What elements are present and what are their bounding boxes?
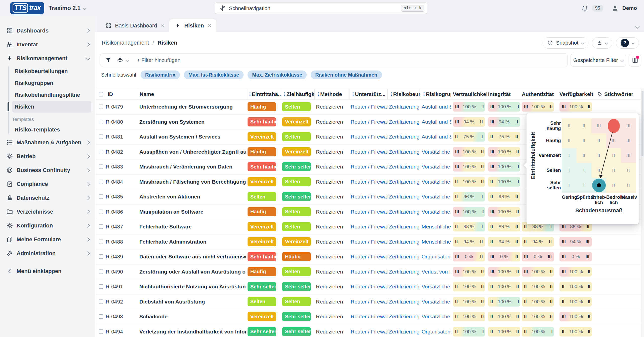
column-settings-button[interactable] [629, 54, 641, 66]
tab-risiken[interactable]: Risiken × [169, 19, 216, 32]
integritaet-pill[interactable]: III 100 % I [488, 102, 520, 112]
column-menu-icon[interactable]: ⋮ [422, 93, 424, 95]
column-menu-icon[interactable]: ⋮ [316, 93, 318, 95]
tab-overflow-chevron-icon[interactable] [635, 24, 640, 29]
integritaet-pill[interactable]: III 100 % II [488, 147, 520, 157]
vertraulichkeit-pill[interactable]: II 100 % II [453, 297, 485, 307]
integritaet-pill[interactable]: II 96 % II [488, 192, 520, 201]
authentizitaet-pill[interactable]: II 100 % II [522, 297, 554, 307]
sidebar-item-betrieb[interactable]: Betrieb [0, 149, 95, 163]
risikobeurteilung-link[interactable]: Zertifizierung ... [387, 179, 420, 185]
risikogruppe-link[interactable]: Vorsätzliche H... [420, 194, 451, 200]
bell-icon[interactable] [581, 4, 589, 12]
verfuegbarkeit-pill[interactable]: II 100 % II [559, 297, 592, 307]
column-header-zielhäufigk-[interactable]: ⋮Zielhäufigk... [281, 88, 314, 100]
risk-name[interactable]: Verletzung der Instandhaltbarkeit von In… [138, 329, 246, 335]
table-row-r-0494[interactable]: R-0494 Verletzung der Instandhaltbarkeit… [95, 324, 644, 337]
authentizitaet-pill[interactable]: II 100 % I [522, 327, 554, 336]
user-name[interactable]: Demo [622, 5, 637, 11]
risikobeurteilung-link[interactable]: Zertifizierung ... [387, 194, 420, 200]
integritaet-pill[interactable]: II 100 % II [488, 312, 520, 321]
risk-name[interactable]: Zerstörung oder Ausfall von Ausrüstung o… [138, 269, 246, 275]
column-header-integrität[interactable]: Integrität [487, 88, 520, 100]
sidebar-item-risikomanagement[interactable]: Risikomanagement [0, 51, 95, 65]
integritaet-pill[interactable]: II 88 % II [488, 222, 520, 231]
close-icon[interactable]: × [161, 22, 165, 29]
risikobeurteilung-link[interactable]: Zertifizierung ... [387, 269, 420, 275]
unterstuetzende-assets-link[interactable]: Router / Firewall [349, 164, 387, 170]
user-avatar-icon[interactable] [611, 4, 619, 12]
unterstuetzende-assets-link[interactable]: Router / Firewall [349, 254, 387, 260]
risikobeurteilung-link[interactable]: Zertifizierung ... [387, 164, 420, 170]
verfuegbarkeit-pill[interactable]: III 94 % III [559, 237, 592, 247]
sidebar-item-administration[interactable]: Administration [0, 246, 95, 260]
column-header-verfügbarkeit[interactable]: Verfügbarkeit [558, 88, 596, 100]
row-checkbox[interactable] [99, 180, 103, 184]
sidebar-item-inventar[interactable]: Inventar [0, 38, 95, 51]
row-checkbox[interactable] [99, 299, 103, 304]
integritaet-pill[interactable]: II 100 % I [488, 297, 520, 307]
risk-name[interactable]: Schadcode [138, 314, 246, 320]
ttstrax-logo[interactable]: TTS trax [10, 2, 44, 14]
table-row-r-0492[interactable]: R-0492 Diebstahl von Ausrüstung Selten S… [95, 294, 644, 310]
quick-filter-chip-max-zielrisikoklasse[interactable]: Max. Zielrisikoklasse [248, 71, 307, 79]
export-button[interactable] [592, 37, 612, 49]
vertraulichkeit-pill[interactable]: III 94 % II [453, 117, 485, 127]
snapshot-button[interactable]: Snapshot [543, 37, 588, 49]
notification-count-badge[interactable]: 95 [592, 5, 603, 12]
vertraulichkeit-pill[interactable]: II 100 % II [453, 312, 485, 321]
sidebar-item-maßnahmen-aufgaben[interactable]: Maßnahmen & Aufgaben [0, 136, 95, 149]
row-checkbox[interactable] [99, 194, 103, 199]
unterstuetzende-assets-link[interactable]: Router / Firewall [349, 329, 387, 335]
integritaet-pill[interactable]: II 75 % II [488, 132, 520, 142]
risikogruppe-link[interactable]: Vorsätzliche H... [420, 299, 451, 305]
vertraulichkeit-pill[interactable]: II 100 % II [453, 177, 485, 187]
vertraulichkeit-pill[interactable]: II 88 % I [453, 222, 485, 231]
risikogruppe-link[interactable]: Verlust von Inf... [420, 269, 451, 275]
table-row-r-0488[interactable]: R-0488 Fehlerhafte Administration Verein… [95, 234, 644, 250]
authentizitaet-pill[interactable]: III 0 % III [522, 252, 554, 261]
unterstuetzende-assets-link[interactable]: Router / Firewall [349, 104, 387, 110]
unterstuetzende-assets-link[interactable]: Router / Firewall [349, 314, 387, 320]
column-header-id[interactable]: ID [95, 88, 138, 100]
integritaet-pill[interactable]: III 0 % II [488, 252, 520, 261]
row-checkbox[interactable] [99, 210, 103, 214]
column-header-authentizität[interactable]: Authentizität [520, 88, 558, 100]
risikogruppe-link[interactable]: Organisatorisc... [420, 254, 451, 260]
vertraulichkeit-pill[interactable]: II 96 % I [453, 192, 485, 201]
risk-name[interactable]: Daten oder Software aus nicht vertrauens… [138, 254, 246, 260]
vertraulichkeit-pill[interactable]: III 100 % I [453, 207, 485, 217]
sidebar-item-verzeichnisse[interactable]: Verzeichnisse [0, 205, 95, 219]
risikobeurteilung-link[interactable]: Zertifizierung ... [387, 299, 420, 305]
vertraulichkeit-pill[interactable]: II 100 % II [453, 282, 485, 291]
vertraulichkeit-pill[interactable]: II 100 % I [453, 327, 485, 336]
unterstuetzende-assets-link[interactable]: Router / Firewall [349, 194, 387, 200]
sidebar-collapse-button[interactable]: Menü einklappen [0, 264, 95, 278]
column-menu-icon[interactable]: ⋮ [248, 93, 250, 95]
integritaet-pill[interactable]: III 100 % II [488, 267, 520, 277]
quick-filter-chip-risikomatrix[interactable]: Risikomatrix [141, 71, 180, 79]
row-checkbox[interactable] [99, 329, 103, 334]
authentizitaet-pill[interactable]: III 100 % II [522, 267, 554, 277]
risikogruppe-link[interactable]: Vorsätzliche H... [420, 179, 451, 185]
column-menu-icon[interactable]: ⋮ [389, 93, 391, 95]
table-row-r-0489[interactable]: R-0489 Daten oder Software aus nicht ver… [95, 249, 644, 264]
row-checkbox[interactable] [99, 120, 103, 124]
risikobeurteilung-link[interactable]: Zertifizierung ... [387, 134, 420, 140]
vertraulichkeit-pill[interactable]: III 0 % II [453, 252, 485, 261]
risikogruppe-link[interactable]: Menschliche F... [420, 239, 451, 245]
risikobeurteilung-link[interactable]: Zertifizierung ... [387, 329, 420, 335]
risk-name[interactable]: Unterbrechung der Stromversorgung [138, 104, 246, 110]
risk-name[interactable]: Zerstörung von Systemen [138, 119, 246, 125]
column-header-vertraulichkeit[interactable]: Vertraulichkeit [451, 88, 487, 100]
row-checkbox[interactable] [99, 150, 103, 154]
column-menu-icon[interactable]: ⋮ [283, 93, 285, 95]
column-header-stichwörter[interactable]: Stichwörter [596, 88, 644, 100]
table-row-r-0491[interactable]: R-0491 Nichtauthorisierte Nutzung von Au… [95, 279, 644, 294]
verfuegbarkeit-pill[interactable]: II 100 % II [559, 327, 592, 336]
select-all-checkbox[interactable] [99, 92, 103, 96]
risikogruppe-link[interactable]: Vorsätzliche H... [420, 149, 451, 155]
sidebar-item-compliance[interactable]: Compliance [0, 177, 95, 191]
column-header-risikogruppe[interactable]: ⋮Risikogruppe [420, 88, 451, 100]
unterstuetzende-assets-link[interactable]: Router / Firewall [349, 119, 387, 125]
